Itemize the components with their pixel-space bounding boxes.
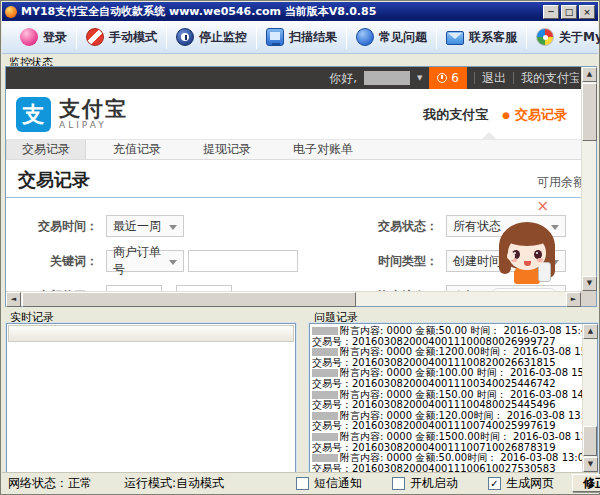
mascot-bangs (508, 234, 546, 246)
status-bar: 网络状态：正常 运行模式:自动模式 短信通知 开机启动 生成网页 修正查询 (2, 472, 598, 493)
toolbar-button-label: 手动模式 (109, 29, 157, 46)
divider (513, 72, 514, 84)
scroll-right-icon[interactable]: ► (566, 292, 581, 307)
scroll-left-icon[interactable]: ◄ (6, 292, 21, 307)
record-tab[interactable]: 充值记录 (98, 140, 176, 159)
problems-scrollbar[interactable]: ▲ ▼ (582, 324, 597, 472)
alipay-logo-icon: 支 (16, 97, 51, 132)
divider (6, 197, 581, 198)
mascot-image[interactable] (495, 222, 559, 291)
keyword-input[interactable] (188, 250, 298, 272)
nav-transactions[interactable]: ● 交易记录 (502, 106, 567, 124)
list-item[interactable]: 附言内容: 0000 金额:50.00 时间： 2016-03-08 15:46… (312, 326, 582, 337)
checkbox-item[interactable]: 开机启动 (392, 475, 458, 492)
alipay-name-en: ALIPAY (59, 120, 128, 130)
alipay-logo-text: 支付宝 ALIPAY (59, 98, 128, 130)
toolbar-button[interactable]: 关于My18 (527, 23, 600, 51)
minimize-button[interactable]: ─ (543, 5, 559, 19)
toolbar-button-label: 常见问题 (379, 29, 427, 46)
checkbox-label: 生成网页 (506, 475, 554, 492)
record-tabs: 交易记录 充值记录 提现记录 电子对账单 (6, 139, 581, 160)
checkbox[interactable] (488, 477, 501, 490)
toolbar-button-icon (266, 28, 284, 46)
dot-icon: ● (502, 111, 510, 120)
scrollbar-thumb[interactable] (22, 292, 356, 307)
scroll-down-icon[interactable]: ▼ (582, 276, 597, 291)
title-bar: MY18支付宝全自动收款系统 www.we0546.com 当前版本V8.0.8… (2, 2, 598, 21)
transaction-time-select[interactable]: 最近一周 (106, 215, 184, 237)
mascot-mouth (524, 261, 531, 266)
scroll-down-icon[interactable]: ▼ (583, 457, 598, 472)
record-tab[interactable]: 交易记录 (6, 140, 86, 159)
toolbar-button[interactable]: 扫描结果 (257, 23, 346, 51)
toolbar-button[interactable]: 常见问题 (347, 23, 436, 51)
nav-transactions-label: 交易记录 (515, 106, 567, 124)
checkbox-item[interactable]: 短信通知 (296, 475, 362, 492)
status-filter-label: 交易状态： (346, 218, 446, 235)
timetype-filter-label: 时间类型： (346, 253, 446, 270)
available-balance-label: 可用余额 (537, 174, 581, 191)
nav-pointer (482, 132, 496, 139)
toolbar-button[interactable]: 联系客服 (437, 23, 526, 51)
notification-badge[interactable]: 6 (429, 67, 467, 89)
close-button[interactable]: × (579, 5, 595, 19)
app-icon (5, 6, 17, 18)
checkbox[interactable] (296, 477, 309, 490)
checkbox[interactable] (392, 477, 405, 490)
browser-horizontal-scrollbar[interactable]: ◄ ► (6, 291, 581, 306)
toolbar-button-icon (176, 28, 194, 46)
keyword-filter-label: 关键词： (6, 253, 106, 270)
realtime-list[interactable] (6, 323, 296, 473)
record-tab[interactable]: 电子对账单 (278, 140, 368, 159)
nav-my-alipay[interactable]: 我的支付宝 (423, 106, 488, 124)
toolbar-button[interactable]: 登录 (11, 23, 76, 51)
scroll-up-icon[interactable]: ▲ (583, 324, 598, 339)
keyword-type-select[interactable]: 商户订单号 (106, 250, 184, 272)
scrollbar-thumb[interactable] (583, 426, 597, 456)
list-item[interactable]: 交易号：20160308200040011100340025446742 (312, 379, 582, 390)
toolbar-button-label: 关于My18 (559, 29, 600, 46)
toolbar-button[interactable]: 停止监控 (167, 23, 256, 51)
my-alipay-link[interactable]: 我的支付宝 (521, 70, 579, 87)
mascot-blush (537, 258, 543, 262)
page-heading-row: 交易记录 可用余额 (6, 160, 581, 197)
greeting-text: 你好, (329, 70, 357, 87)
toolbar-button-icon (356, 28, 374, 46)
toolbar-button-label: 联系客服 (469, 29, 517, 46)
fix-query-button[interactable]: 修正查询 (572, 474, 600, 492)
record-tab[interactable]: 提现记录 (188, 140, 266, 159)
alarm-icon (437, 73, 447, 83)
time-type-value: 创建时间 (453, 253, 501, 270)
toolbar-button[interactable]: 手动模式 (77, 23, 166, 51)
toolbar-button-icon (446, 31, 464, 45)
maximize-button[interactable]: □ (561, 5, 577, 19)
toolbar: 登录 手动模式 停止监控 扫描结果 (2, 21, 598, 54)
list-item[interactable]: 附言内容: 0000 金额:1500.00时间： 2016-03-08 13:0… (312, 432, 582, 443)
toolbar-button-icon (86, 28, 104, 46)
problems-list-content[interactable]: 附言内容: 0000 金额:50.00 时间： 2016-03-08 15:46… (310, 324, 582, 472)
alipay-name-cn: 支付宝 (59, 98, 128, 120)
network-status: 网络状态：正常 (8, 475, 92, 492)
list-item[interactable]: 交易号：20160308200040011100610027530583 (312, 464, 582, 472)
scroll-up-icon[interactable]: ▲ (582, 67, 597, 82)
alipay-page: 支 支付宝 ALIPAY 我的支付宝 ● 交易记录 交易记录 (6, 89, 581, 291)
toolbar-button-label: 登录 (43, 29, 67, 46)
time-filter-label: 交易时间： (6, 218, 106, 235)
run-mode-status: 运行模式:自动模式 (124, 475, 224, 492)
checkbox-label: 短信通知 (314, 475, 362, 492)
chevron-down-icon[interactable]: ▼ (417, 74, 422, 82)
window-title: MY18支付宝全自动收款系统 www.we0546.com 当前版本V8.0.8… (21, 4, 541, 19)
alipay-browser: 你好, ▼ 6 退出 我的支付宝 支 支付宝 ALIPAY 我的支付宝 (5, 66, 597, 307)
mascot-hand (507, 252, 515, 260)
scrollbar-thumb[interactable] (582, 83, 597, 141)
logout-link[interactable]: 退出 (482, 70, 506, 87)
browser-vertical-scrollbar[interactable]: ▲ ▼ (581, 67, 596, 291)
app-window: MY18支付宝全自动收款系统 www.we0546.com 当前版本V8.0.8… (0, 0, 600, 495)
problems-list[interactable]: 附言内容: 0000 金额:50.00 时间： 2016-03-08 15:46… (309, 323, 598, 473)
realtime-list-header[interactable] (8, 325, 294, 342)
keyword-type-value: 商户订单号 (113, 244, 163, 278)
close-icon[interactable]: × (536, 199, 549, 214)
toolbar-button-icon (20, 28, 38, 46)
divider (474, 72, 475, 84)
checkbox-item[interactable]: 生成网页 (488, 475, 554, 492)
